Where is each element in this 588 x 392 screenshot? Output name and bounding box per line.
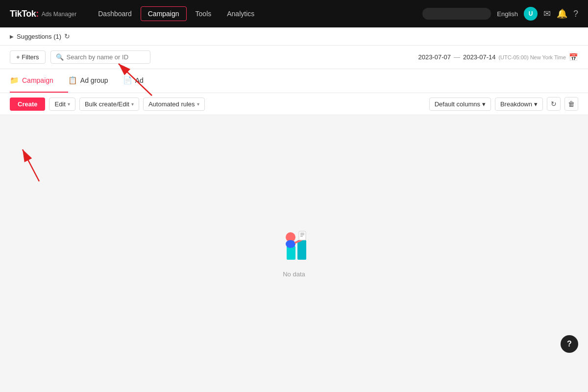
no-data-label: No data [283,270,305,278]
top-navigation: TikTok: Ads Manager Dashboard Campaign T… [0,0,588,27]
date-separator: — [454,53,460,61]
no-data-illustration [272,226,316,266]
global-search-input[interactable] [422,8,491,20]
date-range: 2023-07-07 — 2023-07-14 (UTC-05:00) New … [418,53,578,62]
suggestions-bar: ▶ Suggestions (1) ↻ [0,27,588,46]
suggestions-arrow-icon: ▶ [10,34,14,39]
help-floating-button[interactable]: ? [561,335,578,353]
svg-rect-0 [287,246,295,260]
refresh-button[interactable]: ↻ [547,97,561,111]
date-start: 2023-07-07 [418,53,451,61]
right-actions: Default columns ▾ Breakdown ▾ ↻ 🗑 [429,97,578,111]
nav-links: Dashboard Campaign Tools Analytics [91,6,422,21]
main-content: No data [0,115,588,389]
columns-chevron-icon: ▾ [482,100,486,108]
breakdown-label: Breakdown [500,100,532,108]
bulk-label: Bulk create/Edit [85,100,129,108]
campaign-tab-icon: 📁 [10,76,19,85]
nav-dashboard[interactable]: Dashboard [91,7,139,21]
mail-icon[interactable]: ✉ [543,8,551,19]
edit-chevron-icon: ▾ [68,101,70,107]
nav-right-actions: English U ✉ 🔔 ? [422,7,578,21]
automated-label: Automated rules [148,100,195,108]
tab-ad-label: Ad [135,76,144,84]
brand-name: TikTok: [10,9,39,19]
user-avatar[interactable]: U [524,7,538,21]
automated-chevron-icon: ▾ [197,101,199,107]
nav-analytics[interactable]: Analytics [220,7,261,21]
nav-tools[interactable]: Tools [189,7,219,21]
default-columns-label: Default columns [435,100,480,108]
filters-button[interactable]: + Filters [10,50,46,64]
default-columns-button[interactable]: Default columns ▾ [429,98,491,111]
edit-button[interactable]: Edit ▾ [49,98,75,111]
breakdown-chevron-icon: ▾ [534,100,538,108]
tab-ad[interactable]: 📄 Ad [123,69,158,93]
suggestions-label[interactable]: Suggestions (1) [17,33,61,40]
calendar-icon[interactable]: 📅 [569,53,578,62]
bell-icon[interactable]: 🔔 [557,8,567,19]
bulk-chevron-icon: ▾ [131,101,134,107]
automated-rules-button[interactable]: Automated rules ▾ [143,98,205,111]
tab-row: 📁 Campaign 📋 Ad group 📄 Ad [0,69,588,93]
timezone-label: (UTC-05:00) New York Time [498,54,566,60]
help-icon[interactable]: ? [573,9,578,19]
bulk-create-edit-button[interactable]: Bulk create/Edit ▾ [79,98,139,111]
edit-label: Edit [54,100,65,108]
brand-subtitle: Ads Manager [42,11,76,18]
search-icon: 🔍 [56,53,64,61]
tab-adgroup[interactable]: 📋 Ad group [68,69,123,93]
empty-state: No data [272,197,316,307]
date-end: 2023-07-14 [463,53,496,61]
tab-adgroup-label: Ad group [80,76,108,84]
trash-button[interactable]: 🗑 [564,97,578,111]
svg-rect-1 [297,240,306,260]
search-input-container: 🔍 [50,50,150,64]
tab-campaign[interactable]: 📁 Campaign [10,69,68,93]
nav-campaign[interactable]: Campaign [141,6,187,21]
svg-rect-5 [299,231,306,240]
ad-tab-icon: 📄 [123,76,132,85]
language-selector[interactable]: English [497,10,518,18]
tab-campaign-label: Campaign [22,76,53,84]
adgroup-tab-icon: 📋 [68,76,77,85]
create-button[interactable]: Create [10,98,45,111]
action-toolbar: Create Edit ▾ Bulk create/Edit ▾ Automat… [0,93,588,115]
filter-bar: + Filters 🔍 2023-07-07 — 2023-07-14 (UTC… [0,46,588,69]
suggestions-refresh-icon[interactable]: ↻ [64,32,70,40]
svg-point-3 [286,240,295,248]
brand-logo[interactable]: TikTok: Ads Manager [10,9,76,19]
search-input[interactable] [67,53,145,61]
breakdown-button[interactable]: Breakdown ▾ [495,98,543,111]
